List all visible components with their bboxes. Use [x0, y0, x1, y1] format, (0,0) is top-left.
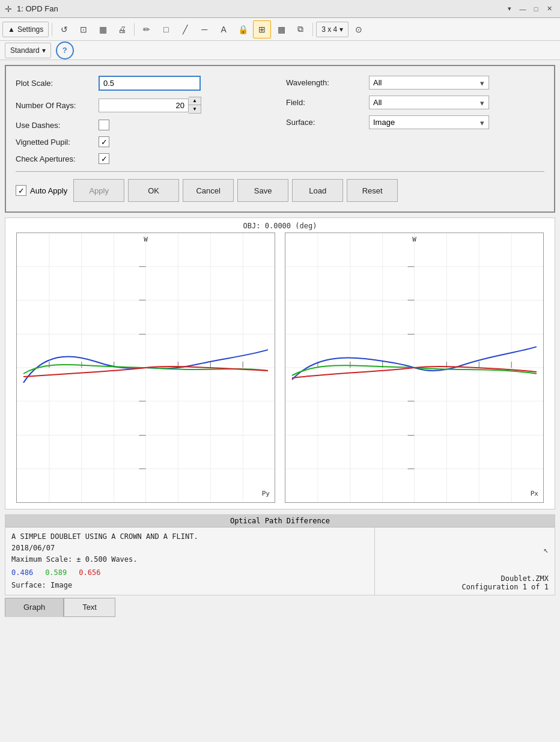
help-btn[interactable]: ? [56, 41, 74, 59]
field-label: Field: [286, 98, 364, 107]
reset-btn[interactable]: Reset [347, 179, 398, 202]
check-apertures-row: Check Apertures: ✓ [16, 153, 274, 164]
title-bar: ✛ 1: OPD Fan ▾ — □ ✕ [0, 0, 560, 18]
surface-select-wrapper: Image 1 2 3 [369, 115, 489, 129]
spinner-up-btn[interactable]: ▲ [189, 97, 201, 105]
num-rays-row: Number Of Rays: ▲ ▼ [16, 97, 274, 114]
graph-area: OBJ: 0.0000 (deg) W [5, 217, 555, 509]
check-apertures-checkbox[interactable]: ✓ [99, 153, 109, 164]
surface-label: Surface: [286, 118, 364, 127]
rect-btn[interactable]: □ [157, 20, 175, 38]
info-body: A SIMPLE DOUBLET USING A CROWN AND A FLI… [5, 528, 555, 595]
action-row: ✓ Auto Apply Apply OK Cancel Save Load R… [16, 179, 544, 202]
cursor-icon: ↖ [544, 545, 549, 555]
info-line2: 2018/06/07 [11, 543, 368, 554]
settings-btn[interactable]: ▲ Settings [2, 22, 49, 37]
plot-scale-row: Plot Scale: [16, 76, 274, 91]
wavelength-label: Wavelength: [286, 78, 364, 87]
cancel-btn[interactable]: Cancel [183, 179, 234, 202]
copy2-btn[interactable]: ▦ [94, 20, 112, 38]
wavelength-row: 0.486 0.589 0.656 [11, 567, 368, 579]
use-dashes-checkbox[interactable] [99, 120, 109, 130]
field-row: Field: All 1 2 3 [286, 96, 544, 109]
copy3-btn[interactable]: ▦ [272, 20, 290, 38]
field-select[interactable]: All 1 2 3 [369, 96, 489, 109]
text-btn[interactable]: A [215, 20, 233, 38]
grid-size-label: 3 x 4 ▾ [321, 25, 342, 34]
left-graph-label: Py [262, 490, 270, 497]
left-graph-w-label: W [144, 236, 148, 243]
standard-chevron-icon: ▾ [42, 46, 46, 55]
close-btn[interactable]: ✕ [543, 3, 555, 15]
text-tab[interactable]: Text [64, 598, 115, 617]
stack-btn[interactable]: ⧉ [291, 20, 309, 38]
toolbar-sep-2 [134, 23, 135, 36]
graph-tab[interactable]: Graph [5, 598, 64, 617]
maximize-btn[interactable]: □ [530, 3, 542, 15]
wavelength-select[interactable]: All 1 2 3 [369, 76, 489, 90]
hline-btn[interactable]: ─ [195, 20, 213, 38]
surface-row: Surface: Image 1 2 3 [286, 115, 544, 129]
wavelength-row: Wavelength: All 1 2 3 [286, 76, 544, 90]
right-graph-w-label: W [412, 236, 416, 243]
surface-select[interactable]: Image 1 2 3 [369, 115, 489, 129]
lock-btn[interactable]: 🔒 [234, 20, 252, 38]
info-line1: A SIMPLE DOUBLET USING A CROWN AND A FLI… [11, 531, 368, 543]
timer-btn[interactable]: ⊙ [350, 20, 368, 38]
info-right: ↖ Doublet.ZMX Configuration 1 of 1 [374, 528, 555, 595]
window-title: 1: OPD Fan [17, 4, 499, 13]
wavelength-select-wrapper: All 1 2 3 [369, 76, 489, 90]
right-graph-label: Px [531, 490, 538, 497]
print-btn[interactable]: 🖨 [113, 20, 131, 38]
wl-656: 0.656 [79, 567, 100, 579]
refresh-btn[interactable]: ↺ [55, 20, 73, 38]
settings-grid: Plot Scale: Number Of Rays: ▲ ▼ Use Dash… [16, 76, 544, 164]
plot-scale-label: Plot Scale: [16, 79, 94, 88]
num-rays-label: Number Of Rays: [16, 101, 94, 110]
grid-active-btn[interactable]: ⊞ [253, 20, 271, 38]
ok-btn[interactable]: OK [128, 179, 179, 202]
toolbar-sep-3 [312, 23, 313, 36]
settings-left-col: Plot Scale: Number Of Rays: ▲ ▼ Use Dash… [16, 76, 274, 164]
num-rays-input[interactable] [99, 99, 189, 112]
dropdown-btn[interactable]: ▾ [504, 3, 516, 15]
plot-scale-input[interactable] [99, 76, 201, 91]
main-toolbar: ▲ Settings ↺ ⊡ ▦ 🖨 ✏ □ ╱ ─ A 🔒 ⊞ ▦ ⧉ 3 x… [0, 18, 560, 41]
apply-btn[interactable]: Apply [73, 179, 124, 202]
settings-chevron-icon: ▲ [8, 25, 15, 34]
minimize-btn[interactable]: — [517, 3, 529, 15]
surface-info: Surface: Image [11, 580, 368, 591]
save-btn[interactable]: Save [237, 179, 288, 202]
settings-separator [16, 171, 544, 172]
left-graph-box: W [16, 233, 275, 503]
graph-title: OBJ: 0.0000 (deg) [5, 218, 555, 233]
left-graph-svg [17, 233, 275, 502]
copy-btn[interactable]: ⊡ [75, 20, 93, 38]
filename-info: Doublet.ZMX [501, 574, 549, 583]
pencil-btn[interactable]: ✏ [138, 20, 156, 38]
settings-panel: Plot Scale: Number Of Rays: ▲ ▼ Use Dash… [5, 65, 555, 213]
check-apertures-label: Check Apertures: [16, 154, 94, 163]
line-btn[interactable]: ╱ [176, 20, 194, 38]
auto-apply-area: ✓ Auto Apply [16, 185, 67, 196]
field-select-wrapper: All 1 2 3 [369, 96, 489, 109]
app-icon: ✛ [5, 4, 12, 14]
auto-apply-label: Auto Apply [30, 186, 67, 195]
load-btn[interactable]: Load [292, 179, 343, 202]
grid-size-btn[interactable]: 3 x 4 ▾ [316, 22, 348, 37]
bottom-tabs: Graph Text [5, 598, 555, 617]
standard-label: Standard [10, 46, 40, 55]
right-graph-box: W [285, 233, 544, 503]
spinner-down-btn[interactable]: ▼ [189, 105, 201, 113]
right-graph-svg [285, 233, 543, 502]
settings-right-col: Wavelength: All 1 2 3 Field: All 1 [286, 76, 544, 164]
auto-apply-checkbox[interactable]: ✓ [16, 185, 26, 196]
standard-btn[interactable]: Standard ▾ [5, 43, 51, 58]
config-info: Configuration 1 of 1 [462, 583, 549, 591]
info-line3: Maximum Scale: ± 0.500 Waves. [11, 554, 368, 565]
vignetted-pupil-checkbox[interactable]: ✓ [99, 136, 109, 147]
info-left: A SIMPLE DOUBLET USING A CROWN AND A FLI… [5, 528, 374, 595]
wl-589: 0.589 [45, 567, 67, 579]
info-header: Optical Path Difference [5, 515, 555, 528]
use-dashes-label: Use Dashes: [16, 121, 94, 130]
